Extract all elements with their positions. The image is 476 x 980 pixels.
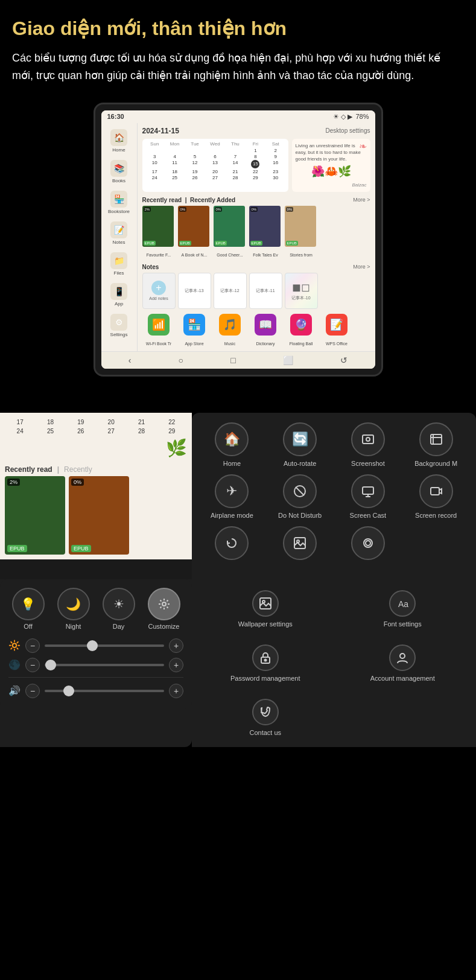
note-item-10[interactable]: ◼◻ 记事本-10	[285, 273, 318, 309]
app-wps[interactable]: 📝 WPS Office	[320, 314, 354, 348]
book-partial-1[interactable]: 2% EPUB	[5, 476, 65, 555]
recently-read-title: Recently read | Recently Added	[142, 197, 236, 203]
qs-camera-item[interactable]	[338, 526, 399, 560]
light-day-btn[interactable]: ☀ Day	[99, 588, 138, 630]
sidebar-app[interactable]: 📱 App	[109, 281, 129, 309]
warmth-thumb[interactable]	[45, 660, 56, 670]
note-add-circle: +	[151, 281, 166, 295]
settings-items-panel: Wallpaper settings Aa Font settings	[192, 579, 476, 747]
qs-dnd[interactable]: Do Not Disturb	[270, 474, 331, 519]
volume-plus[interactable]: +	[169, 684, 183, 698]
svg-point-19	[264, 659, 266, 661]
qs-screencast[interactable]: Screen Cast	[338, 474, 399, 519]
book-badge-3: 0%	[215, 207, 223, 212]
books-more-link[interactable]: More >	[353, 197, 370, 203]
brightness-thumb[interactable]	[87, 640, 98, 651]
books-partial: 2% EPUB 0% EPUB	[5, 476, 187, 555]
desktop-settings-link[interactable]: Desktop settings	[326, 127, 370, 134]
note-item-11[interactable]: 记事本-11	[249, 273, 282, 309]
book-partial-2[interactable]: 0% EPUB	[69, 476, 129, 555]
status-icons: ☀ ◇ ▶	[333, 113, 352, 121]
app-floating[interactable]: 🔮 Floating Ball	[285, 314, 318, 348]
font-label: Font settings	[384, 620, 422, 628]
book-title-2: A Book of N...	[182, 253, 208, 257]
app-dictionary[interactable]: 📖 Dictionary	[249, 314, 282, 348]
qs-screenrecord-icon	[419, 474, 453, 508]
device-sidebar: 🏠 Home 📚 Books 🏪 Bookstore 📝	[101, 123, 138, 351]
qs-autorotate-icon: 🔄	[283, 422, 317, 456]
note-title-10: 记事本-10	[291, 295, 310, 301]
book-cover-2: 0% EPUB	[178, 206, 209, 247]
qs-background[interactable]: Background M	[405, 422, 466, 467]
settings-wallpaper[interactable]: Wallpaper settings	[199, 584, 332, 634]
qs-screenrecord[interactable]: Screen record	[405, 474, 466, 519]
sidebar-bookstore[interactable]: 🏪 Bookstore	[107, 188, 131, 217]
brightness-minus[interactable]: −	[25, 638, 40, 653]
warmth-track[interactable]	[45, 664, 164, 666]
light-off-btn[interactable]: 💡 Off	[8, 588, 48, 630]
warmth-icon: 🌑	[8, 659, 21, 670]
volume-thumb[interactable]	[63, 686, 74, 696]
book-item-4[interactable]: 0% EPUB Folk Tales Ev	[249, 206, 282, 259]
settings-contact[interactable]: Contact us	[199, 693, 332, 742]
app-store[interactable]: 🏪 App Store	[178, 314, 211, 348]
nav-back[interactable]: ‹	[129, 355, 132, 365]
device-header: 2024-11-15 Desktop settings	[142, 127, 370, 135]
settings-font[interactable]: Aa Font settings	[337, 584, 469, 634]
sidebar-home[interactable]: 🏠 Home	[109, 127, 129, 155]
settings-grid: Wallpaper settings Aa Font settings	[199, 584, 469, 742]
account-label: Account management	[370, 675, 435, 682]
volume-minus[interactable]: −	[25, 684, 40, 698]
cal-wed: Wed	[205, 141, 225, 147]
light-night-btn[interactable]: 🌙 Night	[54, 588, 93, 630]
note-title-12: 记事本-12	[220, 288, 239, 294]
cal-row-4: 17181920212223	[145, 169, 286, 174]
light-day-label: Day	[113, 623, 125, 630]
brightness-slider-row: 🔆 − +	[8, 638, 183, 653]
sidebar-settings[interactable]: ⚙ Settings	[109, 311, 129, 340]
settings-account[interactable]: Account management	[337, 638, 469, 688]
bar-divider: |	[57, 465, 59, 474]
volume-track[interactable]	[45, 690, 164, 692]
sidebar-files[interactable]: 📁 Files	[109, 250, 129, 278]
sidebar-bookstore-label: Bookstore	[108, 209, 130, 214]
qs-screencast-label: Screen Cast	[350, 512, 387, 519]
left-panel-content: 17 18 19 20 21 22 24 25 26 27 28 29 🌿 Re…	[0, 413, 192, 559]
qs-screenshot[interactable]: Screenshot	[338, 422, 399, 467]
qs-dnd-label: Do Not Disturb	[278, 512, 322, 519]
note-title-11: 记事本-11	[256, 288, 274, 294]
note-item-13[interactable]: 记事本-13	[178, 273, 211, 309]
qs-autorotate[interactable]: 🔄 Auto-rotate	[270, 422, 331, 467]
qs-home[interactable]: 🏠 Home	[202, 422, 262, 467]
qs-refresh[interactable]	[202, 526, 262, 560]
cal-row-3: 1011121314 15 16	[145, 160, 286, 168]
qs-wallpaper-icon-item[interactable]	[270, 526, 331, 560]
app-wifi[interactable]: 📶 Wi-Fi Book Tr	[142, 314, 176, 348]
settings-password[interactable]: Password management	[199, 638, 332, 688]
nav-recent[interactable]: □	[230, 355, 235, 365]
notes-more-link[interactable]: More >	[353, 264, 370, 270]
qs-screenshot-icon	[351, 422, 385, 456]
qs-airplane[interactable]: ✈ Airplane mode	[202, 474, 262, 519]
nav-rotate[interactable]: ↺	[340, 355, 347, 365]
note-item-12[interactable]: 记事本-12	[214, 273, 247, 309]
warmth-plus[interactable]: +	[169, 658, 183, 672]
warmth-minus[interactable]: −	[25, 658, 40, 672]
mini-calendar: Sun Mon Tue Wed Thu Fri Sat 12	[142, 139, 288, 192]
brightness-track[interactable]	[45, 644, 164, 647]
nav-home[interactable]: ○	[179, 355, 183, 365]
book-item-3[interactable]: 0% EPUB Good Cheer...	[214, 206, 247, 259]
book-item-2[interactable]: 0% EPUB A Book of N...	[178, 206, 211, 259]
sidebar-notes[interactable]: 📝 Notes	[109, 219, 129, 247]
note-add-item[interactable]: + Add notes	[142, 273, 176, 309]
epub-badge-5: EPUB	[286, 241, 298, 246]
light-customize-btn[interactable]: Customize	[144, 588, 183, 630]
app-music[interactable]: 🎵 Music	[214, 314, 247, 348]
brightness-plus[interactable]: +	[169, 638, 183, 653]
sidebar-books[interactable]: 📚 Books	[109, 158, 129, 186]
book-item-5[interactable]: 9% EPUB Stories from	[285, 206, 318, 259]
right-quick-settings: 🏠 Home 🔄 Auto-rotate Screenshot	[192, 413, 476, 579]
nav-screenshot[interactable]: ⬜	[283, 355, 293, 365]
book-item-1[interactable]: 2% EPUB Favourite F...	[142, 206, 176, 259]
book-cover-4: 0% EPUB	[249, 206, 281, 247]
